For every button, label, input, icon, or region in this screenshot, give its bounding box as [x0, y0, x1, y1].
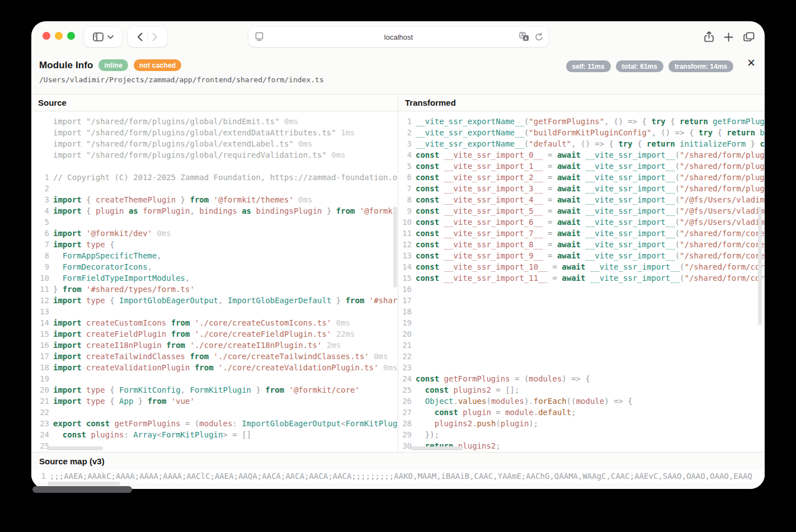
self-time-badge: self: 11ms — [566, 60, 611, 72]
code-text: // Copyright (C) 2012-2025 Zammad Founda… — [53, 172, 398, 183]
code-text: __vite_ssr_exportName__("getFormPlugins"… — [416, 116, 765, 127]
code-line: 23export const getFormPlugins = (modules… — [31, 418, 398, 429]
code-text: const plugins: Array<FormKitPlugin> = [] — [53, 429, 398, 440]
code-line: 1__vite_ssr_exportName__("getFormPlugins… — [398, 116, 765, 127]
code-text: __vite_ssr_exportName__("buildFormKitPlu… — [416, 127, 765, 138]
code-line: 1// Copyright (C) 2012-2025 Zammad Found… — [31, 172, 398, 183]
close-panel-button[interactable]: ✕ — [746, 57, 757, 68]
line-number: 1 — [31, 172, 49, 183]
code-text: const __vite_ssr_import_6__ = await __vi… — [416, 216, 765, 228]
address-bar[interactable]: localhost — [248, 27, 549, 47]
module-file-path: /Users/vladimir/Projects/zammad/app/fron… — [39, 76, 757, 84]
code-panels: Source import "/shared/form/plugins/glob… — [31, 94, 765, 452]
code-text: }); — [416, 429, 765, 440]
code-text: const __vite_ssr_import_10__ = await __v… — [416, 261, 765, 272]
line-number: 20 — [398, 328, 412, 340]
source-vertical-scrollbar[interactable] — [393, 206, 397, 288]
sidebar-toggle[interactable] — [84, 27, 122, 47]
page-settings-icon[interactable] — [255, 32, 263, 41]
code-line: 11const __vite_ssr_import_7__ = await __… — [398, 228, 765, 239]
reload-icon[interactable] — [535, 32, 543, 41]
line-number: 14 — [31, 317, 49, 328]
url-text: localhost — [384, 33, 413, 41]
code-text: import createValidationPlugin from './co… — [53, 362, 398, 373]
line-number: 12 — [398, 239, 412, 250]
code-line: 20 — [398, 328, 765, 340]
code-text: import "/shared/form/plugins/global/exte… — [53, 127, 398, 138]
forward-button[interactable] — [152, 32, 158, 41]
line-number: 25 — [31, 440, 49, 451]
sourcemap-horizontal-scrollbar[interactable] — [48, 482, 120, 486]
code-line: 14import createCustomIcons from './core/… — [31, 317, 398, 328]
code-line: 4const __vite_ssr_import_0__ = await __v… — [398, 149, 765, 161]
code-text — [416, 362, 765, 373]
code-line: 2__vite_ssr_exportName__("buildFormKitPl… — [398, 127, 765, 138]
line-number: 28 — [398, 418, 412, 429]
code-text — [53, 306, 398, 317]
code-text: } from '#shared/types/form.ts' — [53, 284, 398, 295]
transformed-code-area: 1__vite_ssr_exportName__("getFormPlugins… — [398, 111, 765, 452]
line-number: 22 — [31, 407, 49, 418]
line-number: 17 — [31, 351, 49, 362]
line-number: 17 — [398, 295, 412, 306]
line-number: 12 — [31, 295, 49, 306]
line-number: 20 — [31, 384, 49, 396]
line-number: 5 — [398, 161, 412, 172]
code-text: import type { ImportGlobEagerOutput, Imp… — [53, 295, 398, 306]
code-text: import type { — [53, 239, 398, 250]
code-text — [53, 183, 398, 194]
tab-overview-icon[interactable] — [743, 32, 755, 42]
page-horizontal-scrollbar[interactable] — [32, 486, 132, 493]
sourcemap-line-number: 1 — [31, 470, 46, 483]
line-number: 1 — [398, 116, 412, 127]
back-button[interactable] — [137, 32, 143, 41]
code-line: 5 — [31, 216, 398, 228]
transformed-vertical-scrollbar[interactable] — [758, 206, 762, 325]
line-number: 3 — [31, 194, 49, 205]
code-line: 24const getFormPlugins = (modules) => { — [398, 373, 765, 384]
code-text: import "/shared/form/plugins/global/bind… — [53, 116, 398, 127]
zoom-window-button[interactable] — [67, 32, 75, 40]
code-line: 21import type { App } from 'vue' — [31, 396, 398, 407]
code-text — [416, 340, 765, 351]
code-line: 12import type { ImportGlobEagerOutput, I… — [31, 295, 398, 306]
code-line: 16import createI18nPlugin from './core/c… — [31, 340, 398, 351]
code-text — [416, 317, 765, 328]
code-line: 29 }); — [398, 429, 765, 440]
minimize-window-button[interactable] — [55, 32, 63, 40]
line-number: 24 — [398, 373, 412, 384]
line-number: 9 — [398, 205, 412, 216]
transform-time-badge: transform: 14ms — [668, 60, 733, 72]
sourcemap-title: Source map (v3) — [31, 453, 765, 469]
translate-icon[interactable] — [519, 32, 529, 41]
code-line: import "/shared/form/plugins/global/bind… — [31, 116, 398, 127]
code-text — [53, 407, 398, 418]
code-text — [416, 284, 765, 295]
code-line: import "/shared/form/plugins/global/exte… — [31, 127, 398, 138]
transformed-panel: Transformed 1__vite_ssr_exportName__("ge… — [398, 95, 765, 452]
source-horizontal-scrollbar[interactable] — [47, 446, 103, 450]
code-line: 15import createFieldPlugin from './core/… — [31, 328, 398, 340]
chevron-down-icon — [107, 35, 114, 39]
transformed-horizontal-scrollbar[interactable] — [411, 446, 463, 450]
timing-badges: self: 11ms total: 61ms transform: 14ms — [566, 60, 733, 72]
code-text — [53, 440, 398, 451]
code-line: 12const __vite_ssr_import_8__ = await __… — [398, 239, 765, 250]
code-line: 2 — [31, 183, 398, 194]
code-text: FormFieldTypeImportModules, — [53, 272, 398, 284]
share-icon[interactable] — [704, 31, 714, 43]
code-text: import createI18nPlugin from './core/cre… — [53, 340, 398, 351]
code-line: 23 — [398, 362, 765, 373]
code-text: import createTailwindClasses from './cor… — [53, 351, 398, 362]
traffic-lights — [43, 32, 75, 40]
code-text: Object.values(modules).forEach((module) … — [416, 396, 765, 407]
code-text: const __vite_ssr_import_2__ = await __vi… — [416, 172, 765, 183]
line-number: 19 — [31, 373, 49, 384]
new-tab-icon[interactable] — [724, 32, 733, 42]
code-text: import { createThemePlugin } from '@form… — [53, 194, 398, 205]
line-number: 4 — [31, 205, 49, 216]
close-window-button[interactable] — [43, 32, 50, 40]
code-line: import "/shared/form/plugins/global/requ… — [31, 149, 398, 161]
code-line: 10const __vite_ssr_import_6__ = await __… — [398, 216, 765, 228]
code-line: 20import type { FormKitConfig, FormKitPl… — [31, 384, 398, 396]
